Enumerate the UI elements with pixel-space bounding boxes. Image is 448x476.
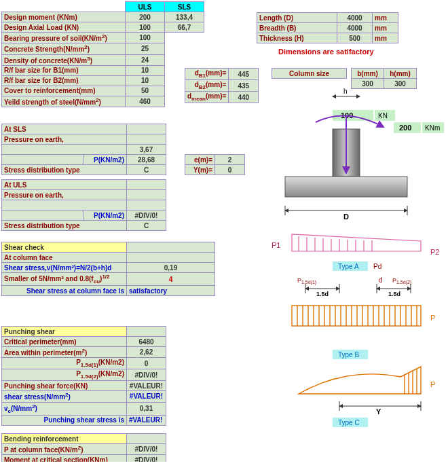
diag-typeA: Type A	[338, 263, 359, 270]
diag-moment-unit: KNm	[425, 124, 440, 132]
label-design-moment: Design moment (KNm)	[2, 12, 126, 22]
val-p-face: #DIV/0!	[127, 444, 166, 455]
label-yield: Yeild strength of steel(N/mm2)	[2, 96, 126, 107]
svg-rect-32	[292, 306, 421, 326]
unit-thickness: mm	[373, 33, 398, 43]
label-uls-pressure: Pressure on earth,	[2, 190, 127, 200]
diag-Y: Y	[376, 407, 381, 416]
label-concrete-strength: Concrete Strength(N/mm2)	[2, 43, 126, 54]
val-sls-stress: C	[127, 165, 166, 175]
diag-typeC: Type C	[338, 419, 360, 426]
val-concrete-strength[interactable]: 25	[126, 43, 165, 54]
label-cover: Cover to reinforcement(mm)	[2, 86, 126, 96]
diag-d: d	[379, 276, 383, 284]
diag-load-unit: KN	[378, 112, 388, 120]
val-db1: 445	[229, 69, 259, 80]
val-vc: 0,31	[127, 402, 166, 415]
unit-length: mm	[373, 13, 398, 23]
val-crit-perim: 6480	[127, 337, 166, 347]
val-uls-stress: C	[127, 221, 166, 231]
diag-Pd: Pd	[373, 263, 381, 270]
val-axial-uls[interactable]: 100	[126, 22, 165, 33]
label-dmean: dmean(mm)=	[185, 92, 229, 103]
diag-h: h	[343, 88, 348, 95]
unit-breadth: mm	[373, 23, 398, 33]
label-at-face: At column face	[2, 253, 127, 263]
val-face-result: satisfactory	[127, 286, 215, 296]
heading-punch: Punching shear	[2, 327, 127, 337]
diagram-area: h 100 KN 200 KNm D P1 P2 Type A Pd P1.5d…	[265, 81, 448, 450]
svg-text:P1.5d(2): P1.5d(2)	[392, 277, 411, 285]
heading-sls: At SLS	[2, 124, 127, 134]
label-area: Area within perimeter(m2)	[2, 347, 127, 358]
label-rf-b1: R/f bar size for B1(mm)	[2, 65, 126, 75]
val-length[interactable]: 4000	[337, 13, 373, 23]
label-p15d1: P1.5d(1)(KN/m2)	[2, 358, 127, 369]
label-db2: dB2(mm)=	[185, 80, 229, 92]
sls-table: At SLS Pressure on earth, 3,67 P(KN/m2)2…	[1, 124, 245, 175]
label-b: b(mm)	[352, 69, 384, 79]
val-y: 0	[215, 165, 245, 175]
val-breadth[interactable]: 4000	[337, 23, 373, 33]
val-cover[interactable]: 50	[126, 86, 165, 96]
punching-table: Punching shear Critical perimeter(mm)648…	[1, 326, 166, 426]
val-yield[interactable]: 460	[126, 96, 165, 107]
label-breadth: Breadth (B)	[257, 23, 337, 33]
svg-text:1.5d: 1.5d	[388, 291, 400, 297]
label-h: h(mm)	[384, 69, 417, 79]
val-smaller: 4	[127, 273, 215, 286]
label-uls-p: P(KN/m2)	[83, 210, 127, 221]
val-area: 2,62	[127, 347, 166, 358]
db-table: dB1(mm)=445 dB2(mm)=435 dmean(mm)=440	[185, 68, 259, 103]
uls-table: At ULS Pressure on earth, P(KN/m2)#DIV/0…	[1, 179, 166, 231]
input-table: ULSSLS Design moment (KNm)200133,4 Desig…	[1, 1, 204, 107]
label-crit-perim: Critical perimeter(mm)	[2, 337, 127, 347]
label-vc: vc(N/mm2)	[2, 402, 127, 415]
label-e: e(m)=	[185, 155, 215, 165]
heading-bending: Bending reinforcement	[2, 434, 127, 444]
val-axial-sls[interactable]: 66,7	[165, 22, 204, 33]
label-thickness: Thickness (H)	[257, 33, 337, 43]
shear-table: Shear check At column face Shear stress,…	[1, 242, 215, 296]
diag-moment: 200	[399, 124, 411, 132]
label-smaller: Smaller of 5N/mm² and 0.8(fcu)1/2	[2, 273, 127, 286]
bending-table: Bending reinforcement P at column face(K…	[1, 433, 166, 462]
label-sls-p: P(KN/m2)	[83, 155, 127, 165]
val-moment-crit: #DIV/0!	[127, 455, 166, 462]
label-density: Density of concrete(KN/m3)	[2, 54, 126, 65]
val-density[interactable]: 24	[126, 54, 165, 65]
val-punch-stress: #VALEUR!	[127, 391, 166, 402]
label-p15d2: P1.5d(2)(KN/m2)	[2, 369, 127, 381]
val-rf-b2[interactable]: 10	[126, 75, 165, 86]
worksheet: ULSSLS Design moment (KNm)200133,4 Desig…	[0, 0, 448, 462]
val-design-moment-sls[interactable]: 133,4	[165, 12, 204, 22]
label-design-axial: Design Axial Load (KN)	[2, 22, 126, 33]
val-thickness[interactable]: 500	[337, 33, 373, 43]
val-punch-force: #VALEUR!	[127, 381, 166, 391]
val-design-moment-uls[interactable]: 200	[126, 12, 165, 22]
diag-P2: P2	[430, 248, 439, 256]
footing-diagram: h 100 KN 200 KNm D P1 P2 Type A Pd P1.5d…	[265, 81, 448, 448]
label-moment-crit: Moment at critical section(KNm)	[2, 455, 127, 462]
diag-D: D	[343, 213, 349, 221]
label-length: Length (D)	[257, 13, 337, 23]
val-e: 2	[215, 155, 245, 165]
diag-P-C: P	[430, 380, 435, 388]
sls-header: SLS	[165, 2, 204, 12]
uls-header: ULS	[126, 2, 165, 12]
val-sls-blank: 3,67	[127, 145, 166, 155]
val-uls-p: #DIV/0!	[127, 210, 166, 221]
diag-P1: P1	[272, 241, 280, 249]
label-rf-b2: R/f bar size for B2(mm)	[2, 75, 126, 86]
val-p15d1: 0	[127, 358, 166, 369]
val-rf-b1[interactable]: 10	[126, 65, 165, 75]
diag-typeB: Type B	[338, 351, 359, 359]
heading-uls: At ULS	[2, 180, 127, 190]
label-p-face: P at column face(KN/m2)	[2, 444, 127, 455]
label-punch-stress: shear stress(N/mm2)	[2, 391, 127, 402]
label-face-check: Shear stress at column face is	[2, 286, 127, 296]
val-db2: 435	[229, 80, 259, 92]
label-bearing-pressure: Bearing pressure of soil(KN/m2)	[2, 33, 126, 43]
label-shear-formula: Shear stress,v(N/mm²)=N/2(b+h)d	[2, 263, 127, 273]
val-bearing-pressure[interactable]: 100	[126, 33, 165, 43]
